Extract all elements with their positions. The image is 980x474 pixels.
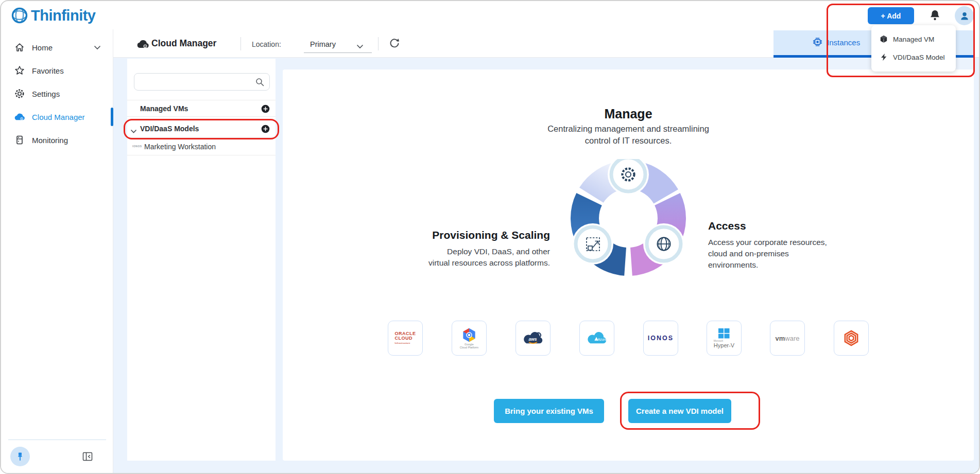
sidebar-item-label: Cloud Manager: [32, 113, 85, 121]
google-cloud-caption: Google Cloud Platform: [460, 343, 478, 349]
windows-logo-icon: [718, 328, 730, 339]
add-circle-icon[interactable]: [261, 104, 270, 113]
hyperv-logo: Hyper-V: [714, 342, 734, 348]
provider-tile-oracle[interactable]: ORACLE CLOUD Infrastructure: [388, 321, 423, 356]
sidebar-item-favorites[interactable]: Favorites: [1, 61, 113, 80]
provider-tile-vmware[interactable]: vmware: [770, 321, 805, 356]
location-value: Primary: [310, 40, 336, 48]
divider: [378, 37, 379, 50]
pin-icon: [16, 452, 24, 461]
cloud-manager-title-icon: [136, 40, 149, 48]
location-select[interactable]: Primary: [304, 37, 372, 52]
group-managed-vms[interactable]: Managed VMs: [127, 100, 276, 117]
menu-item-vdi-daas[interactable]: VDI/DaaS Model: [871, 48, 956, 66]
tab-instances-label: Instances: [827, 38, 860, 47]
add-circle-icon[interactable]: [261, 125, 270, 133]
divider: [240, 37, 241, 50]
bolt-icon: [880, 53, 888, 61]
cube-icon: [880, 35, 888, 43]
chevron-down-icon[interactable]: [130, 127, 137, 136]
sidebar-item-label: Monitoring: [32, 136, 68, 145]
ionos-model-icon: IONOS: [132, 145, 142, 148]
star-icon: [14, 65, 25, 76]
list-item-marketing-workstation[interactable]: IONOS Marketing Workstation: [127, 138, 276, 155]
sidebar-item-home[interactable]: Home: [1, 38, 113, 57]
sidebar: Home Favorites Settings: [1, 29, 113, 474]
app-window: Thinfinity + Add Managed VM: [0, 0, 980, 474]
thinfinity-logo: Thinfinity: [10, 6, 95, 25]
home-icon: [14, 42, 25, 52]
vmware-logo: vmware: [776, 333, 800, 343]
user-avatar[interactable]: [955, 6, 974, 25]
cloud-manager-icon: [14, 112, 25, 122]
bring-existing-vms-button[interactable]: Bring your existing VMs: [494, 399, 604, 423]
brand-name: Thinfinity: [31, 7, 95, 24]
group-label: VDI/DaaS Models: [140, 125, 199, 133]
lifecycle-diagram: [569, 159, 687, 277]
page-title: Cloud Manager: [151, 38, 216, 49]
chevron-down-icon: [94, 43, 101, 52]
add-dropdown-menu: Managed VM VDI/DaaS Model: [871, 25, 956, 72]
user-icon: [959, 11, 970, 21]
access-heading: Access: [708, 220, 893, 232]
group-vdi-daas-models[interactable]: VDI/DaaS Models: [127, 120, 276, 138]
manage-heading: Manage: [283, 107, 974, 121]
chevron-down-icon: [356, 42, 364, 51]
thinfinity-logo-icon: [10, 6, 29, 25]
add-button[interactable]: + Add: [868, 7, 914, 24]
location-label: Location:: [252, 40, 281, 48]
sidebar-item-label: Settings: [32, 90, 60, 98]
notifications-bell-icon[interactable]: [930, 9, 940, 22]
access-globe-node: [643, 223, 684, 265]
chip-icon: [813, 37, 822, 47]
sidebar-item-label: Home: [32, 43, 53, 52]
sidebar-divider: [8, 440, 106, 440]
provider-tile-equinix[interactable]: [834, 321, 869, 356]
resource-panel: Managed VMs VDI/DaaS Models IONOS Market…: [127, 59, 276, 461]
menu-item-label: Managed VM: [893, 36, 934, 43]
ionos-logo: IONOS: [648, 335, 674, 342]
menu-item-label: VDI/DaaS Model: [893, 54, 945, 61]
provider-tile-ionos[interactable]: IONOS: [643, 321, 678, 356]
svg-text:Azure: Azure: [598, 338, 607, 341]
aws-logo-icon: aws: [521, 330, 545, 346]
select-underline: [304, 52, 372, 53]
create-vdi-model-button[interactable]: Create a new VDI model: [628, 399, 731, 423]
sidebar-item-label: Favorites: [32, 66, 64, 75]
access-block: Access Access your corporate resources, …: [708, 220, 893, 271]
pin-button[interactable]: [10, 447, 30, 466]
svg-text:aws: aws: [529, 337, 537, 342]
manage-description: Centralizing management and streamlining…: [283, 123, 974, 147]
provider-tile-google-cloud[interactable]: Google Cloud Platform: [452, 321, 487, 356]
search-icon[interactable]: [255, 78, 264, 86]
provider-tile-azure[interactable]: Azure: [579, 321, 614, 356]
menu-item-managed-vm[interactable]: Managed VM: [871, 30, 956, 48]
monitoring-icon: [14, 135, 25, 145]
azure-logo-icon: Azure: [585, 330, 609, 346]
sidebar-item-cloud-manager[interactable]: Cloud Manager: [1, 108, 113, 126]
equinix-logo-icon: [841, 328, 862, 348]
collapse-sidebar-icon[interactable]: [82, 452, 93, 461]
provisioning-scale-node: [572, 223, 613, 265]
sidebar-item-monitoring[interactable]: Monitoring: [1, 131, 113, 149]
sidebar-item-settings[interactable]: Settings: [1, 84, 113, 103]
gear-icon: [14, 89, 25, 99]
google-cloud-logo-icon: [460, 327, 478, 343]
main-card: Manage Centralizing management and strea…: [283, 69, 974, 461]
search-input[interactable]: [140, 74, 250, 90]
refresh-icon[interactable]: [388, 37, 401, 49]
oracle-cloud-logo: ORACLE CLOUD Infrastructure: [395, 331, 416, 345]
provisioning-block: Provisioning & Scaling Deploy VDI, DaaS,…: [344, 229, 550, 269]
provider-tile-hyperv[interactable]: Microsoft Hyper-V: [707, 321, 742, 356]
group-label: Managed VMs: [140, 104, 188, 113]
search-box: [134, 73, 270, 91]
provisioning-heading: Provisioning & Scaling: [344, 229, 550, 241]
provider-tile-aws[interactable]: aws: [515, 321, 551, 356]
list-item-label: Marketing Workstation: [144, 143, 216, 151]
